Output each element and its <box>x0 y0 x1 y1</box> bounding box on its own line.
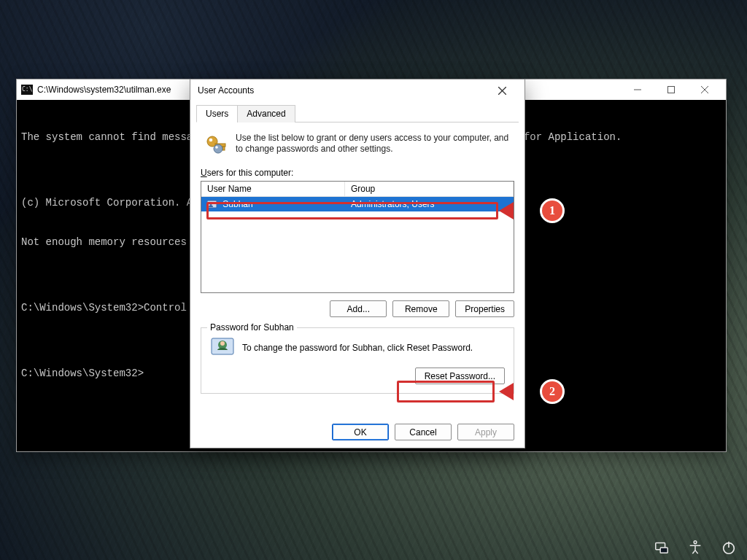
minimize-button[interactable] <box>621 79 654 100</box>
svg-rect-13 <box>660 548 667 553</box>
close-button[interactable] <box>487 79 517 101</box>
svg-point-8 <box>209 202 212 205</box>
ua-footer: OK Cancel Apply <box>190 416 525 448</box>
cmd-title-text: C:\Windows\system32\utilman.exe <box>37 85 171 95</box>
ua-title: User Accounts <box>198 85 254 96</box>
user-icon <box>207 200 217 209</box>
user-accounts-dialog: User Accounts Users Advanced Use the lis… <box>190 79 525 448</box>
users-list-header[interactable]: User Name Group <box>201 182 514 197</box>
avatar-icon <box>210 335 235 360</box>
keys-icon <box>204 133 228 158</box>
accessibility-icon[interactable] <box>687 540 703 556</box>
system-tray <box>654 540 737 556</box>
reset-password-button[interactable]: Reset Password... <box>415 368 505 384</box>
ok-button[interactable]: OK <box>332 424 389 440</box>
ua-titlebar[interactable]: User Accounts <box>190 79 525 101</box>
desktop-background: C:\Windows\system32\utilman.exe The syst… <box>0 0 747 560</box>
col-username[interactable]: User Name <box>201 182 345 196</box>
svg-point-14 <box>694 541 697 544</box>
network-icon[interactable] <box>654 540 670 556</box>
svg-rect-0 <box>668 87 675 93</box>
password-group-title: Password for Subhan <box>207 322 297 332</box>
users-list[interactable]: User Name Group Subhan Administrators; U… <box>201 181 514 293</box>
col-group[interactable]: Group <box>345 182 514 196</box>
tab-advanced[interactable]: Advanced <box>237 105 295 122</box>
ua-tabs: Users Advanced <box>196 104 519 122</box>
user-row[interactable]: Subhan Administrators; Users <box>201 197 514 211</box>
svg-point-5 <box>214 144 222 153</box>
apply-button[interactable]: Apply <box>457 424 514 440</box>
properties-button[interactable]: Properties <box>455 300 514 317</box>
svg-point-11 <box>220 341 225 346</box>
svg-point-6 <box>215 146 218 149</box>
ua-intro-text: Use the list below to grant or deny user… <box>236 133 511 158</box>
user-row-name: Subhan <box>222 199 252 209</box>
power-icon[interactable] <box>721 540 737 556</box>
add-button[interactable]: Add... <box>330 300 387 317</box>
tab-users[interactable]: Users <box>196 105 238 122</box>
ua-users-pane: Use the list below to grant or deny user… <box>190 122 525 401</box>
close-button[interactable] <box>688 79 721 100</box>
users-list-label: Users for this computer: <box>201 168 514 178</box>
user-row-group: Administrators; Users <box>345 197 514 211</box>
remove-button[interactable]: Remove <box>392 300 449 317</box>
svg-point-4 <box>209 139 213 142</box>
cmd-icon <box>21 85 33 95</box>
maximize-button[interactable] <box>654 79 688 100</box>
password-group-text: To change the password for Subhan, click… <box>242 343 473 353</box>
password-group: Password for Subhan To change the passwo… <box>201 327 514 394</box>
cancel-button[interactable]: Cancel <box>395 424 452 440</box>
